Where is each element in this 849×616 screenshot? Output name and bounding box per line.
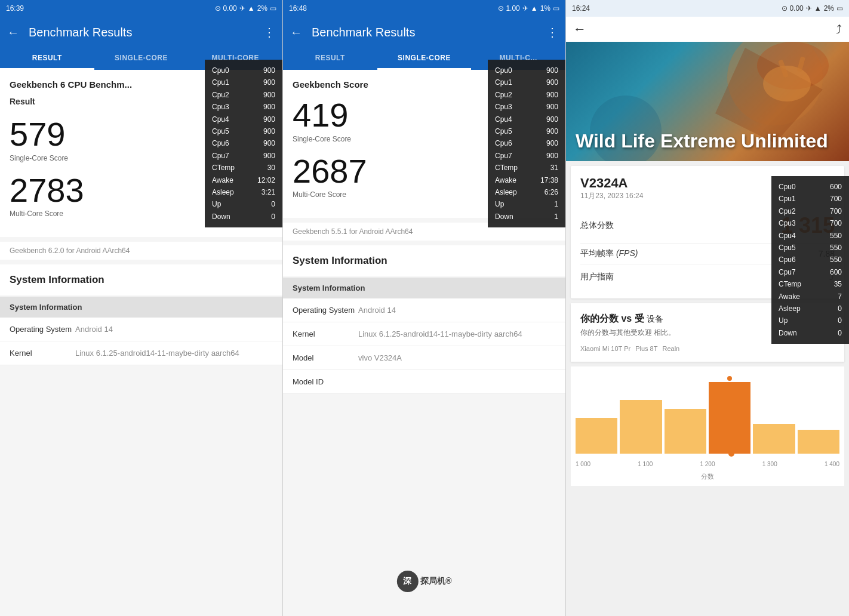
p3-user-guide-label: 用户指南 [580,272,614,282]
os-value-1: Android 14 [75,325,273,334]
hero-area: Wild Life Extreme Unlimited [566,42,849,161]
signal-icon-3: ⊙ 0.00 [782,4,804,13]
kernel-label-1: Kernel [10,349,75,358]
modelid-label-2: Model ID [293,377,358,386]
battery-3: 2% [824,4,834,13]
highlight-dot [727,376,732,381]
tab-result-1[interactable]: Result [0,48,94,70]
time-1: 16:39 [6,4,24,13]
battery-icon-3: ▭ [836,4,843,13]
x-label-3: 1 200 [700,461,715,467]
bar-fill-6 [798,430,839,454]
time-2: 16:48 [289,4,307,13]
app-header-2: ← Benchmark Results ⋮ [283,17,565,48]
status-bar-2: 16:48 ⊙ 1.00 ✈ ▲ 1% ▭ [283,0,565,17]
bar-fill-4 [709,382,750,454]
panel-2: 16:48 ⊙ 1.00 ✈ ▲ 1% ▭ ← Benchmark Result… [283,0,566,616]
p3-back-button[interactable]: ← [573,21,586,37]
sys-info-row-kernel-1: Kernel Linux 6.1.25-android14-11-maybe-d… [0,341,282,365]
p3-bar-chart: 1 000 1 100 1 200 1 300 1 400 分数 [571,366,844,486]
p3-device-labels: Xiaomi Mi 10T Pr Plus 8T Realn [580,345,835,352]
wifi-icon-2: ▲ [531,4,538,13]
header-title-2: Benchmark Results [312,26,546,39]
tab-single-2[interactable]: SINGLE-CORE [377,48,472,70]
panel-1: 16:39 ⊙ 0.00 ✈ ▲ 2% ▭ ← Benchmark Result… [0,0,283,616]
os-label-1: Operating System [10,325,75,334]
os-value-2: Android 14 [358,306,556,315]
back-button-1[interactable]: ← [7,26,19,39]
sys-info-row-model-2: Model vivo V2324A [283,346,565,370]
chart-indicator [576,454,839,458]
sys-info-table-header-1: System Information [0,297,282,318]
cpu-tooltip-2: Cpu0900 Cpu1900 Cpu2900 Cpu3900 Cpu4900 … [488,60,565,227]
sys-info-title-1: System Information [0,264,282,295]
status-bar-1: 16:39 ⊙ 0.00 ✈ ▲ 2% ▭ [0,0,282,17]
sys-info-title-2: System Information [283,245,565,276]
bar-3 [665,409,706,454]
p3-fps-label: 平均帧率 (FPS) [580,248,638,259]
watermark: 深 探局机® [396,571,451,592]
model-label-2: Model [293,353,358,362]
p3-share-button[interactable]: ⤴ [836,23,842,36]
tab-result-2[interactable]: RESULT [283,48,377,70]
os-label-2: Operating System [293,306,358,315]
watermark-text: 探局机® [420,576,451,587]
app-header-1: ← Benchmark Results ⋮ [0,17,282,48]
chart-indicator-dot [728,451,734,457]
chart-x-axis-label: 分数 [576,472,839,481]
status-icons-1: ⊙ 0.00 ✈ ▲ 2% ▭ [215,4,276,13]
bar-fill-2 [620,400,662,454]
sys-info-row-os-1: Operating System Android 14 [0,318,282,341]
panel-3: 16:24 ⊙ 0.00 ✈ ▲ 2% ▭ ← ⤴ Wild Life Extr… [566,0,849,616]
time-3: 16:24 [572,4,590,13]
battery-1: 2% [257,4,267,13]
x-label-2: 1 100 [638,461,653,467]
header-title-1: Benchmark Results [29,26,263,39]
status-icons-3: ⊙ 0.00 ✈ ▲ 2% ▭ [782,4,843,13]
bar-1 [576,418,617,454]
sys-info-row-os-2: Operating System Android 14 [283,298,565,322]
airplane-icon-1: ✈ [239,4,245,13]
bar-5 [753,424,795,454]
battery-icon-1: ▭ [270,4,276,13]
modelid-value-2 [358,377,556,386]
x-label-4: 1 300 [762,461,777,467]
sys-info-row-modelid-2: Model ID [283,370,565,394]
back-button-2[interactable]: ← [290,26,302,39]
tab-single-1[interactable]: Single-Core [94,48,189,70]
wifi-icon-1: ▲ [248,4,255,13]
kernel-label-2: Kernel [293,329,358,338]
x-label-5: 1 400 [825,461,839,467]
sys-info-table-header-2: System Information [283,278,565,298]
x-label-1: 1 000 [576,461,590,467]
cpu-tooltip-3: Cpu0600 Cpu1700 Cpu2700 Cpu3700 Cpu4550 … [771,176,849,344]
watermark-icon: 深 [396,571,418,592]
airplane-icon-3: ✈ [806,4,812,13]
p3-bars [576,376,839,454]
cpu-tooltip-1: Cpu0900 Cpu1900 Cpu2900 Cpu3900 Cpu4900 … [205,60,282,227]
menu-button-2[interactable]: ⋮ [546,25,558,39]
bar-fill-3 [665,409,706,454]
bar-fill-1 [576,418,617,454]
p3-total-score-label: 总体分数 [580,220,614,231]
status-icons-2: ⊙ 1.00 ✈ ▲ 1% ▭ [498,4,559,13]
signal-icon-2: ⊙ 1.00 [498,4,520,13]
bar-fill-5 [753,424,795,454]
airplane-icon-2: ✈ [522,4,528,13]
chart-x-labels: 1 000 1 100 1 200 1 300 1 400 [576,458,839,470]
hero-title: Wild Life Extreme Unlimited [576,131,828,152]
battery-2: 1% [540,4,550,13]
signal-icon-1: ⊙ 0.00 [215,4,237,13]
sys-info-row-kernel-2: Kernel Linux 6.1.25-android14-11-maybe-d… [283,322,565,346]
bar-4 [709,376,750,454]
wifi-icon-3: ▲ [814,4,822,13]
bar-6 [798,430,839,454]
p3-nav-header: ← ⤴ [566,17,849,42]
svg-point-4 [763,66,811,101]
model-value-2: vivo V2324A [358,353,556,362]
menu-button-1[interactable]: ⋮ [263,25,275,39]
kernel-value-1: Linux 6.1.25-android14-11-maybe-dirty aa… [75,349,273,358]
kernel-value-2: Linux 6.1.25-android14-11-maybe-dirty aa… [358,329,556,338]
version-text-1: Geekbench 6.2.0 for Android AArch64 [0,242,282,260]
status-bar-3: 16:24 ⊙ 0.00 ✈ ▲ 2% ▭ [566,0,849,17]
